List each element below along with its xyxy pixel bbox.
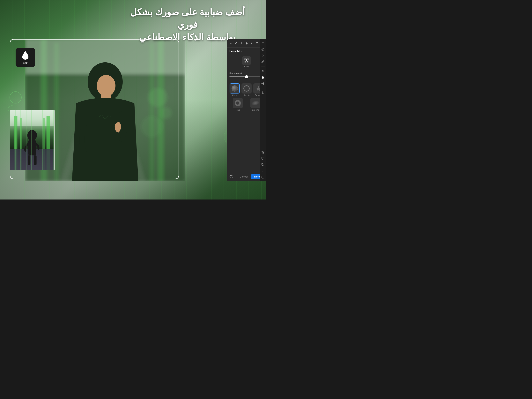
svg-rect-43 [262,42,264,42]
svg-point-25 [149,89,166,106]
thumbnail-inner [10,110,54,170]
color-icon[interactable] [260,47,266,52]
bokeh-circle-shape[interactable] [230,83,240,94]
bubble-shape-icon [243,85,250,91]
svg-point-48 [262,71,263,71]
svg-line-55 [263,93,263,93]
svg-rect-45 [262,44,264,44]
svg-point-27 [141,116,163,137]
svg-point-50 [263,82,264,83]
export-icon[interactable]: ↗ [249,41,254,45]
blur-amount-header: Blur amount 50 [229,72,264,75]
toolbar-divider-1 [261,66,265,66]
bokeh-ring-shape[interactable] [233,98,243,108]
svg-point-47 [262,49,263,50]
bokeh-bubble-shape[interactable] [241,83,252,94]
svg-marker-56 [261,151,264,154]
bokeh-ring-label: Ring [236,109,240,111]
tag-icon[interactable] [260,162,266,167]
bokeh-circle-item[interactable]: Circle [229,83,240,97]
transform-icon[interactable] [260,53,266,58]
focus-person-icon [244,58,249,63]
sync-icon[interactable] [255,41,259,45]
headline-text: أضف ضبابية على صورك بشكل فوري بواسطة الذ… [119,6,256,44]
blur-droplet-icon [21,51,29,60]
thumbnail-lines [10,110,54,170]
blur-amount-label: Blur amount [229,72,242,75]
cateye-shape-icon [251,100,259,106]
thumbnail-container [10,110,55,170]
comment-icon[interactable] [260,156,266,161]
layers-icon[interactable] [260,40,266,45]
crop-icon[interactable] [244,41,249,45]
svg-point-57 [262,164,263,164]
pencil-icon[interactable] [260,59,266,64]
circle-shape-icon [232,85,238,91]
right-toolbar [260,39,266,181]
svg-point-26 [160,107,171,119]
svg-line-52 [263,83,263,83]
svg-point-49 [262,83,263,84]
svg-point-30 [97,75,115,97]
svg-rect-35 [247,43,247,45]
group-icon[interactable] [260,81,266,86]
bokeh-circle-label: Circle [232,94,237,97]
restore-icon[interactable] [229,175,233,179]
svg-rect-34 [246,43,248,44]
blur-badge: Blur [16,48,35,67]
blur-slider-thumb[interactable] [245,75,248,78]
headline: أضف ضبابية على صورك بشكل فوري بواسطة الذ… [119,6,256,44]
info-icon[interactable] [260,174,266,180]
adjustments-icon[interactable] [260,75,266,80]
blur-slider-fill [229,76,247,77]
headline-line1: أضف ضبابية على صورك بشكل فوري [119,6,256,31]
ring-shape-icon [235,100,241,106]
favorites-icon[interactable] [260,150,266,155]
svg-rect-44 [262,43,264,43]
toolbar-divider-2 [261,88,265,88]
svg-point-51 [263,84,264,84]
svg-point-61 [263,176,263,177]
undo-icon[interactable]: ↺ [234,41,238,45]
settings-icon[interactable] [260,68,266,73]
svg-point-41 [246,59,247,61]
bokeh-cateye-label: Cat eye [252,109,259,111]
focus-icon-wrap[interactable] [242,56,251,65]
cancel-button[interactable]: Cancel [238,174,249,179]
bokeh-bubble-item[interactable]: Bubble [241,83,252,97]
bottom-left-icons [229,175,233,179]
blur-slider-track[interactable] [229,76,264,77]
history-icon[interactable] [260,90,266,95]
bokeh-cateye-shape[interactable] [250,98,260,108]
bokeh-bubble-label: Bubble [243,94,249,97]
bokeh-ring-item[interactable]: Ring [229,98,246,111]
svg-line-53 [263,84,263,84]
import-icon[interactable] [260,168,266,174]
help-icon[interactable]: ? [239,41,244,45]
blur-badge-label: Blur [23,61,28,64]
back-icon[interactable]: ← [229,41,233,45]
focus-label: Focus [229,65,264,68]
